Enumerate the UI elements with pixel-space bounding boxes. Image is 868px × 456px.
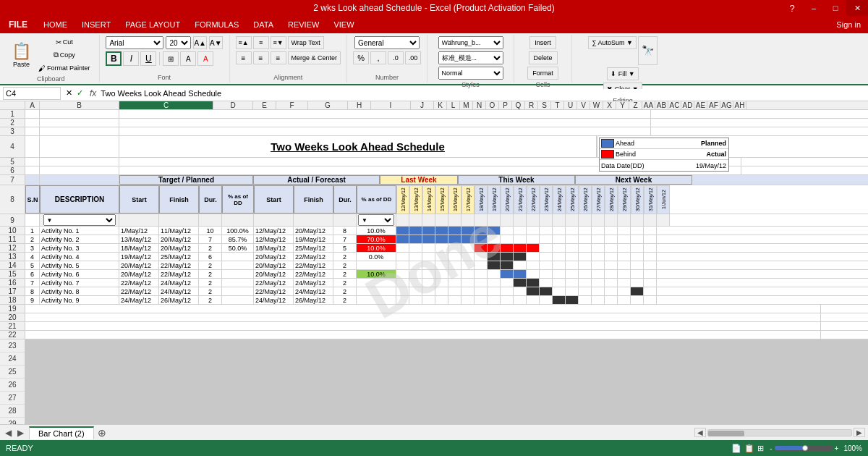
cell-I12[interactable]: 5 (333, 244, 357, 252)
view-menu[interactable]: VIEW (326, 16, 361, 33)
col-U[interactable]: U (564, 101, 577, 109)
cell-A18[interactable]: 9 (25, 296, 40, 304)
merge-center-btn[interactable]: Merge & Center (288, 51, 341, 64)
cell-I10[interactable]: 8 (333, 227, 357, 235)
file-menu[interactable]: FILE (0, 16, 36, 33)
cell-E13[interactable]: 6 (199, 253, 222, 261)
col-B[interactable]: B (40, 101, 119, 109)
cell-D10[interactable]: 11/May/12 (159, 227, 199, 235)
col-K[interactable]: K (434, 101, 447, 109)
border-btn[interactable]: ⊞ (163, 51, 179, 66)
style-select[interactable]: Währung_b... (438, 36, 503, 49)
align-top-btn[interactable]: ≡▲ (236, 36, 252, 49)
col-C[interactable]: C (119, 101, 213, 109)
cell-J16[interactable] (357, 279, 396, 287)
cell-C18[interactable]: 24/May/12 (119, 296, 159, 304)
cell-F10[interactable]: 100.0% (222, 227, 254, 235)
data-menu[interactable]: DATA (246, 16, 281, 33)
col-L[interactable]: L (447, 101, 460, 109)
cell-H10[interactable]: 20/May/12 (294, 227, 333, 235)
col-J[interactable]: J (411, 101, 434, 109)
cell-A13[interactable]: 4 (25, 253, 40, 261)
cell-C15[interactable]: 20/May/12 (119, 270, 159, 278)
filter-G9[interactable] (254, 214, 294, 226)
cell-B18[interactable]: Activity No. 9 (40, 296, 119, 304)
cell-C17[interactable]: 22/May/12 (119, 287, 159, 295)
font-name-select[interactable]: Arial (106, 36, 163, 49)
cell-G12[interactable]: 18/May/12 (254, 244, 294, 252)
review-menu[interactable]: REVIEW (281, 16, 326, 33)
wrap-text-btn[interactable]: Wrap Text (288, 36, 324, 49)
col-O[interactable]: O (486, 101, 499, 109)
cell-B1[interactable] (40, 110, 119, 118)
cell-D13[interactable]: 25/May/12 (159, 253, 199, 261)
cell-C12[interactable]: 18/May/12 (119, 244, 159, 252)
cell-B12[interactable]: Activity No. 3 (40, 244, 119, 252)
cell-A15[interactable]: 6 (25, 270, 40, 278)
italic-btn[interactable]: I (123, 51, 139, 66)
col-AA[interactable]: AA (642, 101, 655, 109)
cell-D12[interactable]: 20/May/12 (159, 244, 199, 252)
align-left-btn[interactable]: ≡ (236, 51, 252, 64)
cell-F17[interactable] (222, 287, 254, 295)
binoculars-btn[interactable]: 🔭 (638, 36, 658, 65)
cell-F11[interactable]: 85.7% (222, 235, 254, 243)
cell-D14[interactable]: 22/May/12 (159, 261, 199, 269)
cell-E16[interactable]: 2 (199, 279, 222, 287)
window-controls[interactable]: ? – □ ✕ (781, 0, 868, 16)
delete-btn[interactable]: Delete (529, 51, 558, 64)
filter-E9[interactable] (199, 214, 222, 226)
col-AB[interactable]: AB (655, 101, 668, 109)
cell-B13[interactable]: Activity No. 4 (40, 253, 119, 261)
cell-H15[interactable]: 22/May/12 (294, 270, 333, 278)
cell-A12[interactable]: 3 (25, 244, 40, 252)
cell-H12[interactable]: 25/May/12 (294, 244, 333, 252)
col-S[interactable]: S (538, 101, 551, 109)
col-I[interactable]: I (371, 101, 411, 109)
cell-A17[interactable]: 8 (25, 287, 40, 295)
filter-select-J[interactable]: ▼ (358, 214, 394, 226)
cell-H14[interactable]: 22/May/12 (294, 261, 333, 269)
cell-B7[interactable] (40, 175, 119, 185)
help-btn[interactable]: ? (781, 0, 803, 16)
cell-E15[interactable]: 2 (199, 270, 222, 278)
col-AH[interactable]: AH (733, 101, 746, 109)
hscrollbar-thumb[interactable] (708, 431, 744, 436)
cell-I14[interactable]: 2 (333, 261, 357, 269)
normal-view-btn[interactable]: 📄 (731, 444, 741, 453)
filter-J9[interactable]: ▼ (357, 214, 396, 226)
cell-style-select[interactable]: 标准_模造... (438, 51, 503, 64)
spreadsheet-title[interactable]: Two Weeks Look Ahead Schedule (119, 136, 597, 157)
col-X[interactable]: X (603, 101, 616, 109)
col-Y[interactable]: Y (616, 101, 629, 109)
cell-J11[interactable]: 70.0% (357, 235, 396, 243)
confirm-formula-btn[interactable]: ✓ (75, 88, 85, 98)
bold-btn[interactable]: B (106, 51, 122, 66)
cell-A5[interactable] (25, 158, 40, 166)
cell-J18[interactable] (357, 296, 396, 304)
home-menu[interactable]: HOME (36, 16, 75, 33)
col-N[interactable]: N (473, 101, 486, 109)
col-R[interactable]: R (525, 101, 538, 109)
cell-H16[interactable]: 24/May/12 (294, 279, 333, 287)
add-sheet-btn[interactable]: ⊕ (94, 426, 110, 439)
cell-I17[interactable]: 2 (333, 287, 357, 295)
cell-A6[interactable] (25, 166, 40, 174)
cell-A9[interactable] (25, 214, 40, 226)
cell-A11[interactable]: 2 (25, 235, 40, 243)
minimize-btn[interactable]: – (803, 0, 825, 16)
cell-F13[interactable] (222, 253, 254, 261)
cell-F14[interactable] (222, 261, 254, 269)
fill-btn[interactable]: ⬇ Fill ▼ (607, 67, 638, 80)
scroll-right-btn[interactable]: ▶ (854, 428, 865, 437)
increase-font-btn[interactable]: A▲ (193, 36, 207, 49)
cell-D11[interactable]: 20/May/12 (159, 235, 199, 243)
cell-I15[interactable]: 2 (333, 270, 357, 278)
close-btn[interactable]: ✕ (846, 0, 868, 16)
cell-F16[interactable] (222, 279, 254, 287)
cell-H11[interactable]: 19/May/12 (294, 235, 333, 243)
format-btn[interactable]: Format (527, 67, 558, 80)
font-color-btn[interactable]: A (197, 51, 213, 66)
col-E[interactable]: E (253, 101, 276, 109)
cell-E17[interactable]: 2 (199, 287, 222, 295)
